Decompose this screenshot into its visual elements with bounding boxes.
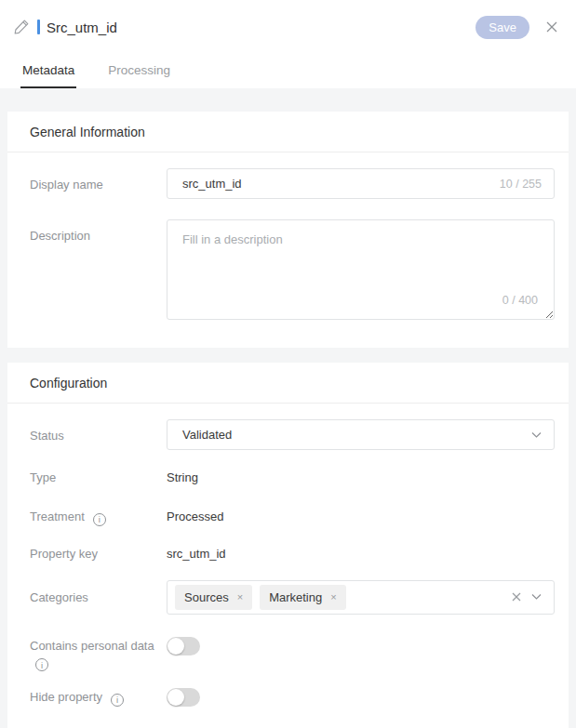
display-name-label: Display name [30, 178, 103, 192]
header: Src_utm_id Save Metadata Processing [0, 0, 576, 88]
categories-multiselect[interactable]: Sources × Marketing × [167, 580, 555, 615]
description-textarea[interactable] [167, 219, 555, 320]
description-row: Description 0 / 400 [30, 219, 555, 320]
close-icon [545, 20, 558, 33]
contains-personal-data-info-icon[interactable]: i [35, 658, 48, 671]
category-chip: Sources × [175, 585, 252, 610]
edit-pencil-icon[interactable] [13, 19, 30, 35]
hide-property-info-icon[interactable]: i [111, 694, 124, 707]
display-name-row: Display name 10 / 255 [30, 168, 555, 199]
hide-property-label: Hide property [30, 690, 102, 704]
chip-remove-icon[interactable]: × [330, 592, 336, 602]
treatment-info-icon[interactable]: i [93, 513, 106, 526]
description-label: Description [30, 229, 90, 243]
hide-property-row: Hide propertyi [30, 688, 555, 707]
categories-row: Categories Sources × Marketing × [30, 580, 555, 615]
chevron-down-icon [531, 431, 542, 438]
contains-personal-data-toggle[interactable] [167, 637, 200, 655]
treatment-value: Processed [167, 510, 223, 523]
type-row: Type String [30, 469, 555, 485]
tab-bar: Metadata Processing [11, 43, 565, 88]
spacer [0, 88, 576, 112]
type-value: String [167, 470, 198, 484]
section-title-configuration: Configuration [7, 363, 569, 403]
tab-metadata[interactable]: Metadata [20, 60, 76, 88]
title-accent-bar [37, 20, 40, 34]
status-row: Status Validated [30, 419, 555, 450]
property-key-label: Property key [30, 547, 98, 561]
display-name-input[interactable] [167, 168, 555, 199]
save-button[interactable]: Save [476, 16, 529, 39]
category-chip: Marketing × [260, 585, 346, 610]
chevron-down-icon[interactable] [531, 594, 542, 601]
spacer [0, 348, 576, 363]
chip-remove-icon[interactable]: × [237, 592, 243, 602]
contains-personal-data-label: Contains personal data [30, 639, 154, 653]
status-select[interactable]: Validated [167, 419, 555, 450]
clear-selection-icon[interactable] [511, 591, 522, 602]
section-title-general: General Information [7, 112, 569, 152]
contains-personal-data-row: Contains personal data i [30, 637, 555, 672]
configuration-card: Configuration Status Validated [7, 363, 569, 728]
category-chip-label: Sources [184, 590, 229, 604]
status-value: Validated [182, 428, 232, 442]
treatment-label: Treatment [30, 510, 85, 523]
tab-processing[interactable]: Processing [106, 60, 172, 88]
category-chip-label: Marketing [269, 590, 322, 604]
general-information-card: General Information Display name 10 / 25… [7, 112, 569, 348]
property-editor-page: Src_utm_id Save Metadata Processing Gene… [0, 0, 576, 728]
property-key-value: src_utm_id [167, 547, 226, 561]
status-label: Status [30, 429, 64, 443]
categories-label: Categories [30, 590, 88, 604]
treatment-row: Treatmenti Processed [30, 508, 555, 526]
hide-property-toggle[interactable] [167, 688, 200, 707]
type-label: Type [30, 470, 56, 484]
close-button[interactable] [539, 14, 565, 40]
property-key-row: Property key src_utm_id [30, 545, 555, 562]
page-title: Src_utm_id [47, 20, 117, 35]
